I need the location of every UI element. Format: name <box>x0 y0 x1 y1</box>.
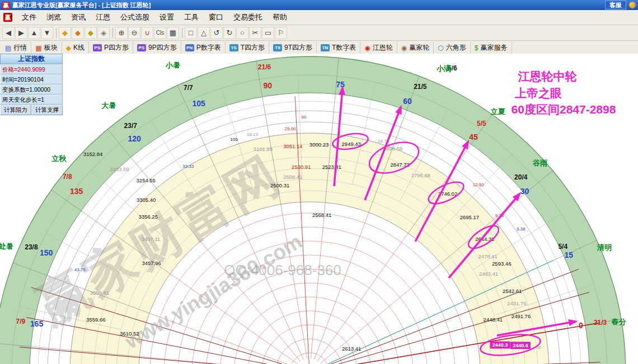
price-label: 3051.14 <box>283 143 302 149</box>
svg-text:QQ:4006-968-360: QQ:4006-968-360 <box>224 262 341 278</box>
annotation-text: 60度区间2847-2898 <box>512 103 616 116</box>
diamond-gold-icon[interactable]: ◆ <box>59 27 71 39</box>
up-icon[interactable]: ▲ <box>28 27 40 39</box>
9T四方形-icon: T9 <box>273 44 282 51</box>
degree-label: 90 <box>264 81 273 90</box>
price-label: 3203.69 <box>110 166 129 172</box>
date-label: 5/5 <box>477 120 486 127</box>
price-label: 3101.99 <box>254 146 273 152</box>
menu-item-3[interactable]: 资讯 <box>66 11 91 23</box>
degree-label: 0 <box>579 321 583 330</box>
menu-item-6[interactable]: 设置 <box>154 11 179 23</box>
window-title: 赢家江恩专业版[赢家服务平台] - [上证指数 江恩轮] <box>12 1 151 10</box>
menu-item-7[interactable]: 工具 <box>179 11 204 23</box>
ribbon-label: 赢家服务 <box>481 43 508 53</box>
赢家轮-icon: ◉ <box>401 45 407 51</box>
down-icon[interactable]: ▼ <box>41 27 53 39</box>
date-label: 21/3 <box>594 319 607 327</box>
ribbon-button-T四方形[interactable]: TST四方形 <box>226 42 269 54</box>
赢家服务-icon: $ <box>475 45 478 51</box>
ribbon-button-江恩轮[interactable]: ◉江恩轮 <box>360 42 397 54</box>
degree-label: 135 <box>70 187 83 196</box>
price-label: 3508.81 <box>90 290 109 296</box>
ribbon-label: T数字表 <box>332 43 356 53</box>
hotline-icon[interactable] <box>629 2 636 8</box>
rotate-cw-icon[interactable]: ↻ <box>223 27 236 39</box>
magnet-icon[interactable]: ∪ <box>141 27 153 39</box>
menu-bar: 赢 文件浏览资讯江恩公式选股设置工具窗口交易委托帮助 <box>0 10 638 25</box>
price-label: 25.00 <box>285 126 297 131</box>
diamond-gray-icon[interactable]: ◈ <box>97 27 110 39</box>
menu-item-10[interactable]: 帮助 <box>268 11 292 23</box>
circle-tool-icon[interactable]: ○ <box>236 27 248 39</box>
T数字表-icon: TN <box>321 44 330 51</box>
diamond-orange-icon[interactable]: ◆ <box>72 27 84 39</box>
price-label: 2542.61 <box>503 288 522 294</box>
menu-item-1[interactable]: 文件 <box>17 11 41 23</box>
P数字表-icon: PN <box>185 44 194 51</box>
zoom-in-icon[interactable]: ⊕ <box>115 27 128 39</box>
price-label: 3407.11 <box>142 236 161 242</box>
zoom-out-icon[interactable]: ⊖ <box>128 27 140 39</box>
rotate-ccw-icon[interactable]: ↺ <box>210 27 223 39</box>
date-label: 21/6 <box>258 63 271 71</box>
info-row-1: 价格=2440.9099 <box>0 64 63 74</box>
date-label: 23/7 <box>124 122 138 130</box>
degree-label: 30 <box>520 187 529 196</box>
grid-icon[interactable]: ▦ <box>167 27 179 39</box>
menu-item-4[interactable]: 江恩 <box>91 11 115 23</box>
toolbar-separator <box>112 28 113 38</box>
ribbon-button-9P四方形[interactable]: PS9P四方形 <box>133 42 181 54</box>
price-label: 33.33 <box>182 164 194 169</box>
price-label: 3254.55 <box>137 177 156 183</box>
customer-service-button[interactable]: 客服 <box>605 1 626 10</box>
info-row-4: 周天变化步长=1 <box>0 94 63 105</box>
solar-term-label: 大暑 <box>101 101 116 110</box>
cut-icon[interactable]: ✂ <box>249 27 261 39</box>
menu-item-5[interactable]: 公式选股 <box>115 11 154 23</box>
selection-icon[interactable]: ▭ <box>262 27 274 39</box>
toolbar-separator <box>56 28 57 38</box>
degree-label: 45 <box>469 133 478 141</box>
info-row-3: 变换系数=1.00000 <box>0 84 63 94</box>
menu-item-2[interactable]: 浏览 <box>41 11 66 23</box>
triangle-tool-icon[interactable]: △ <box>198 27 210 39</box>
ribbon-button-六角形[interactable]: ⬡六角形 <box>434 42 470 54</box>
date-label: 21/5 <box>414 83 427 91</box>
forward-icon[interactable]: ▶ <box>15 27 27 39</box>
price-label: 2530.91 <box>292 164 311 170</box>
ribbon-button-行情[interactable]: ▤行情 <box>1 42 31 54</box>
annotation-text: 上帝之眼 <box>514 87 562 100</box>
ribbon-button-T数字表[interactable]: TNT数字表 <box>317 42 360 54</box>
degree-label: 165 <box>30 319 44 328</box>
rect-tool-icon[interactable]: □ <box>185 27 197 39</box>
ribbon-button-赢家服务[interactable]: $赢家服务 <box>471 42 512 54</box>
degree-label: 150 <box>40 248 53 257</box>
diamond-olive-icon[interactable]: ◆ <box>85 27 97 39</box>
price-label: 2448.41 <box>484 316 503 323</box>
solar-term-label: 春分 <box>611 318 627 326</box>
quote-info-panel: 上证指数 价格=2440.9099时间=20190104变换系数=1.00000… <box>0 54 63 115</box>
calc-button-1[interactable]: 计算阻力 <box>0 105 31 115</box>
ribbon-button-赢家轮[interactable]: ◉赢家轮 <box>397 42 434 54</box>
板块-icon: ▦ <box>35 45 41 51</box>
ribbon-button-P数字表[interactable]: PNP数字表 <box>181 42 226 54</box>
ribbon-button-9T四方形[interactable]: T99T四方形 <box>269 42 317 54</box>
cls-button[interactable]: Cls <box>154 27 166 39</box>
ribbon-button-板块[interactable]: ▦板块 <box>31 42 62 54</box>
annotation-text: 江恩轮中轮 <box>518 70 578 83</box>
menu-item-8[interactable]: 窗口 <box>204 11 228 23</box>
gann-wheel-canvas[interactable]: 赢家财富网www.yingjia360.comQQ:4006-968-36031… <box>0 54 638 364</box>
P四方形-icon: PS <box>93 44 102 51</box>
calc-button-2[interactable]: 计算支撑 <box>31 105 63 115</box>
back-icon[interactable]: ◀ <box>2 27 15 39</box>
degree-label: 75 <box>336 80 345 89</box>
ribbon-label: 板块 <box>44 43 58 53</box>
ribbon-button-P四方形[interactable]: PSP四方形 <box>89 42 133 54</box>
gann-wheel-chart[interactable]: 赢家财富网www.yingjia360.comQQ:4006-968-36031… <box>0 54 638 364</box>
flag-icon[interactable]: ⚐ <box>275 27 287 39</box>
ribbon-button-K线[interactable]: ◆K线 <box>62 42 89 54</box>
price-label: 2523.41 <box>322 164 341 170</box>
menu-item-9[interactable]: 交易委托 <box>228 11 268 23</box>
info-row-2: 时间=20190104 <box>0 74 63 84</box>
